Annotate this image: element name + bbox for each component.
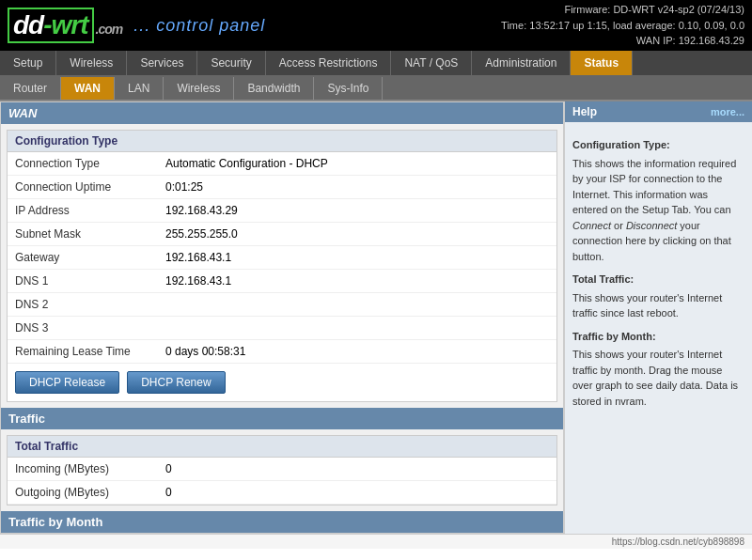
value-ip: 192.168.43.29: [158, 199, 556, 223]
wan-ip-text: WAN IP: 192.168.43.29: [501, 33, 744, 49]
sidebar: Help more... Configuration Type: This sh…: [564, 101, 752, 534]
logo-dotcom: .com: [96, 22, 123, 37]
config-table: Connection Type Automatic Configuration …: [8, 152, 556, 364]
config-type-section: Configuration Type Connection Type Autom…: [7, 130, 557, 402]
subtab-bandwidth[interactable]: Bandwidth: [234, 77, 314, 100]
label-connection-type: Connection Type: [8, 152, 158, 176]
subtab-router[interactable]: Router: [0, 77, 61, 100]
help-month-title: Traffic by Month:: [572, 329, 744, 345]
value-lease: 0 days 00:58:31: [158, 340, 556, 364]
main-layout: WAN Configuration Type Connection Type A…: [0, 101, 752, 534]
help-header: Help more...: [565, 101, 752, 122]
label-lease: Remaining Lease Time: [8, 340, 158, 364]
tab-administration[interactable]: Administration: [472, 51, 571, 75]
subtab-wan[interactable]: WAN: [61, 77, 115, 100]
table-row: Subnet Mask 255.255.255.0: [8, 223, 556, 246]
value-gateway: 192.168.43.1: [158, 246, 556, 270]
tab-setup[interactable]: Setup: [0, 51, 56, 75]
value-uptime: 0:01:25: [158, 176, 556, 199]
value-dns3: [158, 317, 556, 340]
wan-section-header: WAN: [1, 102, 563, 124]
traffic-section-header: Traffic: [1, 408, 563, 429]
logo-area: dd-wrt.com ... control panel: [8, 8, 265, 43]
dhcp-renew-button[interactable]: DHCP Renew: [127, 371, 225, 394]
help-more-link[interactable]: more...: [711, 106, 744, 117]
traffic-month-header: Traffic by Month: [1, 511, 563, 533]
table-row: Gateway 192.168.43.1: [8, 246, 556, 270]
value-incoming: 0: [158, 458, 556, 481]
tab-wireless[interactable]: Wireless: [56, 51, 127, 75]
help-content: Configuration Type: This shows the infor…: [565, 122, 752, 420]
value-dns2: [158, 293, 556, 317]
wan-title: WAN: [8, 106, 37, 120]
help-month-text: This shows your router's Internet traffi…: [572, 347, 744, 409]
value-connection-type: Automatic Configuration - DHCP: [158, 152, 556, 176]
subtab-wireless[interactable]: Wireless: [164, 77, 234, 100]
help-config-text: This shows the information required by y…: [572, 156, 744, 265]
value-outgoing: 0: [158, 481, 556, 505]
table-row: Remaining Lease Time 0 days 00:58:31: [8, 340, 556, 364]
label-dns3: DNS 3: [8, 317, 158, 340]
label-dns2: DNS 2: [8, 293, 158, 317]
label-gateway: Gateway: [8, 246, 158, 270]
table-row: Incoming (MBytes) 0: [8, 458, 556, 481]
content-area: WAN Configuration Type Connection Type A…: [0, 101, 564, 534]
table-row: DNS 2: [8, 293, 556, 317]
traffic-month-title: Traffic by Month: [8, 515, 102, 529]
dhcp-buttons: DHCP Release DHCP Renew: [8, 364, 556, 401]
time-text: Time: 13:52:17 up 1:15, load average: 0.…: [501, 18, 744, 34]
total-traffic-table: Incoming (MBytes) 0 Outgoing (MBytes) 0: [8, 458, 556, 505]
table-row: Connection Uptime 0:01:25: [8, 176, 556, 199]
value-subnet: 255.255.255.0: [158, 223, 556, 246]
dhcp-release-button[interactable]: DHCP Release: [15, 371, 119, 394]
table-row: DNS 1 192.168.43.1: [8, 270, 556, 293]
statusbar-url: https://blog.csdn.net/cyb898898: [612, 537, 744, 547]
help-traffic-text: This shows your router's Internet traffi…: [572, 290, 744, 321]
subtab-lan[interactable]: LAN: [115, 77, 164, 100]
tab-access-restrictions[interactable]: Access Restrictions: [266, 51, 392, 75]
header-info: Firmware: DD-WRT v24-sp2 (07/24/13) Time…: [501, 2, 744, 49]
statusbar: https://blog.csdn.net/cyb898898: [0, 534, 752, 549]
header: dd-wrt.com ... control panel Firmware: D…: [0, 0, 752, 51]
total-traffic-section: Total Traffic Incoming (MBytes) 0 Outgoi…: [7, 435, 557, 506]
tab-services[interactable]: Services: [127, 51, 197, 75]
table-row: IP Address 192.168.43.29: [8, 199, 556, 223]
table-row: DNS 3: [8, 317, 556, 340]
tab-nat-qos[interactable]: NAT / QoS: [391, 51, 472, 75]
subtab-sysinfo[interactable]: Sys-Info: [314, 77, 383, 100]
table-row: Outgoing (MBytes) 0: [8, 481, 556, 505]
firmware-text: Firmware: DD-WRT v24-sp2 (07/24/13): [501, 2, 744, 18]
help-config-title: Configuration Type:: [572, 137, 744, 153]
label-subnet: Subnet Mask: [8, 223, 158, 246]
label-incoming: Incoming (MBytes): [8, 458, 158, 481]
label-ip: IP Address: [8, 199, 158, 223]
help-title: Help: [572, 105, 597, 118]
label-uptime: Connection Uptime: [8, 176, 158, 199]
logo-control: ... control panel: [133, 16, 265, 36]
sub-tabs: Router WAN LAN Wireless Bandwidth Sys-In…: [0, 77, 752, 101]
config-section-title: Configuration Type: [8, 131, 556, 152]
nav-tabs: Setup Wireless Services Security Access …: [0, 51, 752, 77]
tab-security[interactable]: Security: [197, 51, 265, 75]
label-outgoing: Outgoing (MBytes): [8, 481, 158, 505]
logo: dd-wrt.com: [8, 8, 122, 43]
value-dns1: 192.168.43.1: [158, 270, 556, 293]
traffic-title: Traffic: [8, 412, 45, 426]
tab-status[interactable]: Status: [571, 51, 633, 75]
label-dns1: DNS 1: [8, 270, 158, 293]
total-traffic-title: Total Traffic: [8, 436, 556, 458]
help-traffic-title: Total Traffic:: [572, 272, 744, 288]
table-row: Connection Type Automatic Configuration …: [8, 152, 556, 176]
